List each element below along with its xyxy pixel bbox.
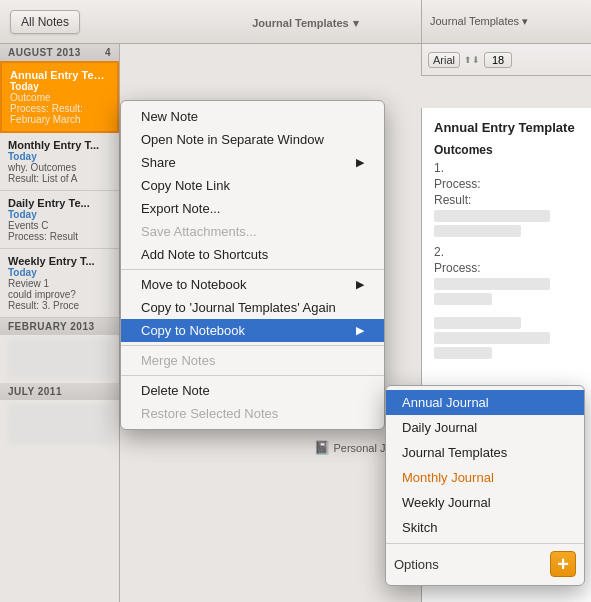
note-preview-annual-2: Process: Result: — [10, 103, 109, 114]
menu-share-arrow: ▶ — [356, 156, 364, 169]
sub-menu-journal-templates[interactable]: Journal Templates — [386, 440, 584, 465]
note-item-monthly[interactable]: Monthly Entry T... Today why. Outcomes R… — [0, 133, 119, 191]
note-title-monthly: Monthly Entry T... — [8, 139, 111, 151]
sub-menu-skitch[interactable]: Skitch — [386, 515, 584, 540]
menu-new-note-label: New Note — [141, 109, 198, 124]
right-panel-blurred-7 — [434, 347, 492, 359]
note-preview-weekly-3: Result: 3. Proce — [8, 300, 111, 311]
font-arrows-right: ⬆⬇ — [464, 55, 480, 65]
note-date-daily: Today — [8, 209, 111, 220]
menu-share-label: Share — [141, 155, 176, 170]
notebook-icon: 📓 — [314, 440, 330, 455]
note-title-daily: Daily Entry Te... — [8, 197, 111, 209]
right-panel-label-2: Process: — [434, 177, 579, 191]
sub-menu-annual-journal[interactable]: Annual Journal — [386, 390, 584, 415]
menu-copy-notebook-label: Copy to Notebook — [141, 323, 245, 338]
note-title-annual: Annual Entry Template — [10, 69, 109, 81]
right-panel-title: Annual Entry Template — [434, 120, 579, 135]
menu-merge: Merge Notes — [121, 349, 384, 372]
menu-sep-2 — [121, 345, 384, 346]
journal-title-text: Journal Templates — [252, 17, 348, 29]
menu-open-separate-label: Open Note in Separate Window — [141, 132, 324, 147]
sub-menu-daily-journal[interactable]: Daily Journal — [386, 415, 584, 440]
menu-copy-notebook[interactable]: Copy to Notebook ▶ — [121, 319, 384, 342]
sub-menu: Annual Journal Daily Journal Journal Tem… — [385, 385, 585, 586]
menu-move-arrow: ▶ — [356, 278, 364, 291]
add-notebook-button[interactable]: + — [550, 551, 576, 577]
right-panel-outcomes: Outcomes — [434, 143, 579, 157]
note-preview-monthly: why. Outcomes — [8, 162, 111, 173]
all-notes-button[interactable]: All Notes — [10, 10, 80, 34]
menu-save-attachments: Save Attachments... — [121, 220, 384, 243]
section-label-jul: JULY 2011 — [8, 386, 62, 397]
right-panel-blurred-3 — [434, 278, 550, 290]
blurred-note-2 — [8, 404, 111, 444]
sub-menu-sep — [386, 543, 584, 544]
note-preview-daily-2: Process: Result — [8, 231, 111, 242]
note-list: AUGUST 2013 4 Annual Entry Template Toda… — [0, 44, 120, 602]
menu-share[interactable]: Share ▶ — [121, 151, 384, 174]
note-date-annual: Today — [10, 81, 109, 92]
section-label-feb: FEBRUARY 2013 — [8, 321, 95, 332]
right-font-size[interactable]: 18 — [484, 52, 512, 68]
menu-open-separate[interactable]: Open Note in Separate Window — [121, 128, 384, 151]
right-panel-blurred-1 — [434, 210, 550, 222]
journal-title-arrow: ▾ — [353, 17, 359, 29]
menu-sep-1 — [121, 269, 384, 270]
menu-copy-again-label: Copy to 'Journal Templates' Again — [141, 300, 336, 315]
menu-restore: Restore Selected Notes — [121, 402, 384, 425]
menu-add-shortcuts-label: Add Note to Shortcuts — [141, 247, 268, 262]
menu-copy-link-label: Copy Note Link — [141, 178, 230, 193]
blurred-note-1 — [8, 339, 111, 379]
section-header-aug: AUGUST 2013 4 — [0, 44, 119, 61]
menu-copy-again[interactable]: Copy to 'Journal Templates' Again — [121, 296, 384, 319]
section-header-jul: JULY 2011 — [0, 383, 119, 400]
right-font-bar: Arial ⬆⬇ 18 — [421, 44, 591, 76]
menu-sep-3 — [121, 375, 384, 376]
right-panel-blurred-5 — [434, 317, 521, 329]
menu-add-shortcuts[interactable]: Add Note to Shortcuts — [121, 243, 384, 266]
sub-menu-options-label: Options — [394, 557, 439, 572]
sub-menu-monthly-journal[interactable]: Monthly Journal — [386, 465, 584, 490]
menu-export-label: Export Note... — [141, 201, 220, 216]
menu-move-notebook-label: Move to Notebook — [141, 277, 247, 292]
right-top-bar-label: Journal Templates ▾ — [430, 15, 528, 28]
note-date-weekly: Today — [8, 267, 111, 278]
context-menu: New Note Open Note in Separate Window Sh… — [120, 100, 385, 430]
note-preview-daily: Events C — [8, 220, 111, 231]
right-font-select[interactable]: Arial — [428, 52, 460, 68]
note-item-daily[interactable]: Daily Entry Te... Today Events C Process… — [0, 191, 119, 249]
menu-merge-label: Merge Notes — [141, 353, 215, 368]
note-preview-weekly-2: could improve? — [8, 289, 111, 300]
section-count-aug: 4 — [105, 47, 111, 58]
note-item-annual[interactable]: Annual Entry Template Today Outcome Proc… — [0, 61, 119, 133]
right-panel-blurred-6 — [434, 332, 550, 344]
menu-restore-label: Restore Selected Notes — [141, 406, 278, 421]
menu-copy-link[interactable]: Copy Note Link — [121, 174, 384, 197]
note-item-weekly[interactable]: Weekly Entry T... Today Review 1 could i… — [0, 249, 119, 318]
menu-export[interactable]: Export Note... — [121, 197, 384, 220]
note-preview-weekly: Review 1 — [8, 278, 111, 289]
right-panel-blurred-4 — [434, 293, 492, 305]
menu-new-note[interactable]: New Note — [121, 105, 384, 128]
right-panel-label-6: Process: — [434, 261, 579, 275]
menu-copy-notebook-arrow: ▶ — [356, 324, 364, 337]
sub-menu-weekly-journal[interactable]: Weekly Journal — [386, 490, 584, 515]
right-panel-label-1: 1. — [434, 161, 579, 175]
menu-delete[interactable]: Delete Note — [121, 379, 384, 402]
note-title-weekly: Weekly Entry T... — [8, 255, 111, 267]
note-preview-annual-3: February March — [10, 114, 109, 125]
sub-menu-bottom-row: Options + — [386, 547, 584, 581]
note-preview-annual-1: Outcome — [10, 92, 109, 103]
right-panel-blurred-2 — [434, 225, 521, 237]
section-header-feb: FEBRUARY 2013 — [0, 318, 119, 335]
menu-save-attachments-label: Save Attachments... — [141, 224, 257, 239]
note-date-monthly: Today — [8, 151, 111, 162]
note-preview-monthly-3: Result: List of A — [8, 173, 111, 184]
right-top-bar: Journal Templates ▾ — [421, 0, 591, 44]
menu-delete-label: Delete Note — [141, 383, 210, 398]
right-panel-label-3: Result: — [434, 193, 579, 207]
menu-move-notebook[interactable]: Move to Notebook ▶ — [121, 273, 384, 296]
right-panel-label-5: 2. — [434, 245, 579, 259]
section-label-aug: AUGUST 2013 — [8, 47, 81, 58]
